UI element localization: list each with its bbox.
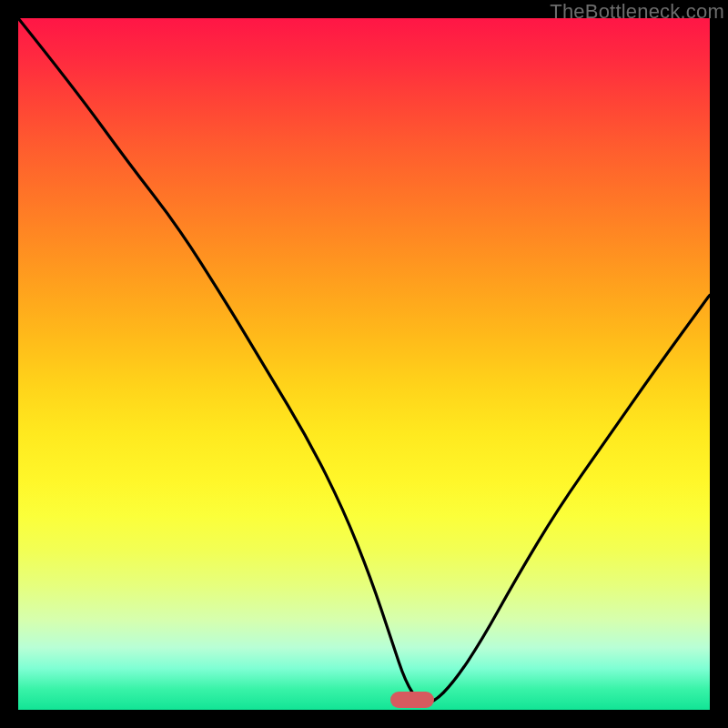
watermark-text: TheBottleneck.com — [550, 0, 724, 24]
chart-frame — [18, 18, 710, 710]
bottleneck-curve — [18, 18, 710, 710]
optimal-marker-pill — [390, 692, 434, 708]
